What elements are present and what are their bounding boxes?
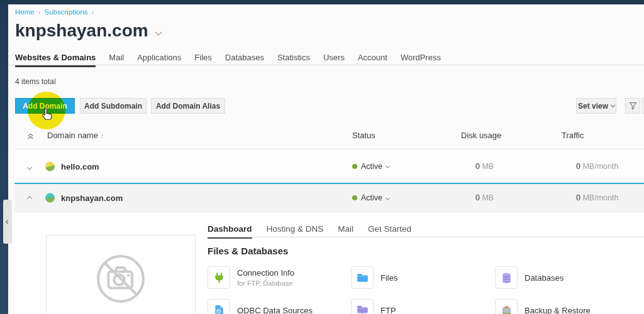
add-domain-label: Add Domain [23, 102, 67, 111]
status-dropdown[interactable]: Active [352, 193, 389, 202]
breadcrumb: Home › Subscriptions › [15, 8, 94, 16]
disk-usage-value: 0 MB [475, 193, 494, 202]
add-domain-alias-label: Add Domain Alias [156, 102, 220, 111]
tool-databases[interactable]: Databases [495, 266, 564, 289]
collapse-row-chevron-icon[interactable] [28, 193, 31, 203]
tool-connection-info[interactable]: Connection Info for FTP, Database [208, 266, 294, 289]
domain-row-hello: hello.com Active 0 MB 0 MB/month [14, 149, 644, 183]
files-databases-heading: Files & Databases [208, 246, 288, 256]
no-screenshot-camera-icon [90, 248, 152, 310]
tool-files[interactable]: Files [351, 266, 397, 289]
add-subdomain-label: Add Subdomain [84, 102, 142, 111]
tool-sublabel: for FTP, Database [237, 279, 294, 287]
domain-name-link[interactable]: hello.com [61, 161, 99, 171]
tool-label: ODBC Data Sources [237, 306, 313, 314]
subscription-name: knpshayan.com [15, 21, 148, 41]
domain-row-knpshayan: knpshayan.com Active 0 MB 0 MB/month [14, 183, 644, 212]
tool-label: Connection Info [237, 268, 294, 278]
domain-detail-panel: Dashboard Hosting & DNS Mail Get Started… [14, 212, 644, 314]
add-domain-alias-button[interactable]: Add Domain Alias [151, 98, 225, 114]
site-screenshot-placeholder [46, 235, 196, 314]
traffic-value: 0 MB/month [576, 193, 618, 202]
column-disk-usage[interactable]: Disk usage [461, 131, 501, 140]
tab-bar-divider [8, 65, 644, 65]
breadcrumb-home-link[interactable]: Home [15, 8, 35, 16]
column-traffic[interactable]: Traffic [562, 131, 584, 140]
funnel-icon [629, 102, 637, 110]
breadcrumb-separator: › [38, 8, 41, 16]
database-document-icon [208, 299, 230, 314]
filter-button[interactable] [625, 98, 640, 114]
tool-label: FTP [380, 306, 396, 314]
status-label: Active [361, 162, 382, 171]
chevron-down-icon [386, 164, 390, 168]
backup-bag-icon [495, 299, 518, 314]
sort-ascending-icon: ↑ [101, 132, 104, 139]
page-title: knpshayan.com [15, 21, 161, 41]
chevron-left-icon [5, 219, 9, 224]
column-domain-label: Domain name [47, 131, 98, 140]
set-view-label: Set view [578, 102, 608, 111]
purple-folder-icon [351, 299, 374, 314]
tool-odbc-data-sources[interactable]: ODBC Data Sources [208, 299, 313, 314]
add-domain-button[interactable]: Add Domain [15, 98, 75, 114]
collapse-all-icon[interactable] [26, 132, 35, 142]
tool-backup-restore[interactable]: Backup & Restore [495, 299, 591, 314]
chevron-down-icon [611, 103, 615, 107]
status-dropdown[interactable]: Active [352, 162, 389, 171]
domain-favicon [45, 193, 55, 203]
chevron-down-icon[interactable] [155, 28, 162, 35]
column-status[interactable]: Status [352, 131, 375, 140]
sidebar-toggle-handle[interactable] [3, 200, 12, 244]
expand-row-chevron-icon[interactable] [28, 161, 31, 171]
domain-table-header: Domain name↑ Status Disk usage Traffic [0, 131, 644, 144]
detail-tab-divider [208, 237, 644, 237]
tool-label: Files [380, 273, 397, 283]
tool-ftp[interactable]: FTP [351, 299, 396, 314]
status-active-dot [352, 195, 357, 200]
set-view-button[interactable]: Set view [576, 98, 616, 114]
tool-label: Databases [525, 273, 564, 283]
disk-usage-value: 0 MB [475, 162, 494, 171]
domain-name-link[interactable]: knpshayan.com [61, 193, 123, 203]
database-icon [495, 266, 518, 289]
top-navbar [0, 0, 644, 4]
blue-folder-icon [351, 266, 374, 289]
column-domain-name[interactable]: Domain name↑ [47, 131, 104, 140]
status-label: Active [361, 193, 382, 202]
add-subdomain-button[interactable]: Add Subdomain [80, 98, 147, 114]
domain-favicon [45, 161, 55, 171]
breadcrumb-subscriptions-link[interactable]: Subscriptions [45, 8, 88, 16]
traffic-value: 0 MB/month [576, 162, 618, 171]
plug-icon [208, 266, 230, 289]
breadcrumb-separator: › [92, 8, 94, 16]
status-active-dot [352, 164, 357, 169]
plesk-subscription-page: Home › Subscriptions › knpshayan.com Web… [0, 0, 644, 314]
collapsed-sidebar [0, 4, 8, 314]
chevron-down-icon [386, 195, 390, 200]
tool-label: Backup & Restore [525, 306, 591, 314]
items-total-label: 4 items total [15, 77, 56, 86]
